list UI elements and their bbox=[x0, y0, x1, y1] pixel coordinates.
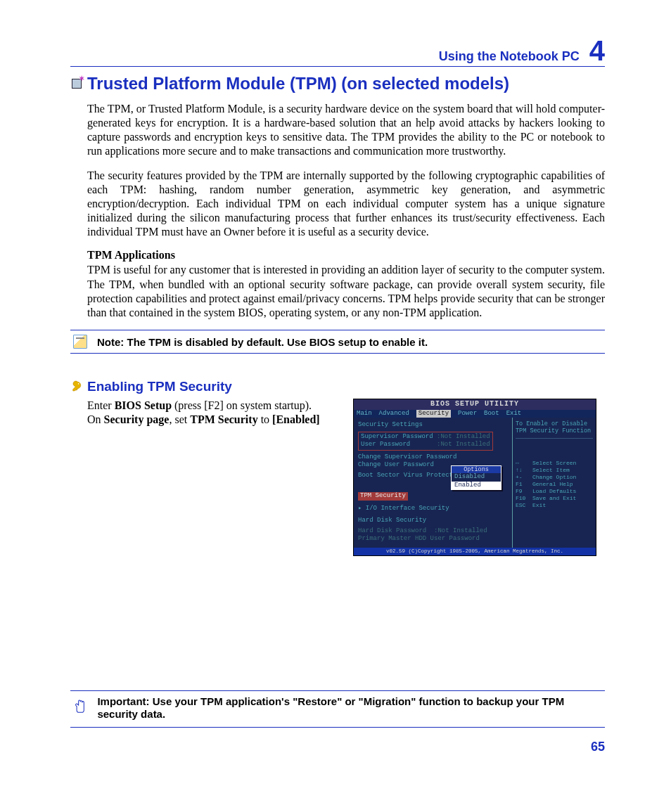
bios-title: BIOS SETUP UTILITY bbox=[354, 399, 596, 410]
bios-section-label: Security Settings bbox=[358, 421, 508, 429]
important-callout: Important: Use your TPM application's "R… bbox=[70, 690, 605, 728]
enabling-heading-text: Enabling TPM Security bbox=[87, 379, 232, 394]
bios-options-title: Options bbox=[452, 466, 501, 474]
page: Using the Notebook PC 4 Trusted Platform… bbox=[0, 0, 671, 784]
bios-tab-security: Security bbox=[416, 410, 451, 418]
note-icon bbox=[73, 335, 87, 349]
chapter-number: 4 bbox=[589, 37, 605, 65]
bios-help-keys: ↔ Select Screen ↑↓ Select Item +- Change… bbox=[516, 460, 593, 509]
bios-screenshot: BIOS SETUP UTILITY Main Advanced Securit… bbox=[353, 399, 596, 556]
paragraph-1: The TPM, or Trusted Platform Module, is … bbox=[87, 102, 605, 159]
important-text: Important: Use your TPM application's "R… bbox=[97, 695, 602, 722]
bios-tab-power: Power bbox=[458, 410, 477, 418]
bios-tab-boot: Boot bbox=[484, 410, 499, 418]
bios-option-disabled: Disabled bbox=[452, 473, 501, 481]
bios-tab-advanced: Advanced bbox=[379, 410, 409, 418]
hand-icon bbox=[73, 697, 87, 715]
bios-options-popup: Options Disabled Enabled bbox=[451, 465, 501, 490]
bios-change-super: Change Supervisor Password bbox=[358, 453, 508, 461]
paragraph-3: TPM is useful for any customer that is i… bbox=[87, 263, 605, 320]
enabling-heading: Enabling TPM Security bbox=[70, 379, 605, 394]
bios-side-desc: To Enable or Disable TPM Security Functi… bbox=[516, 420, 593, 435]
bios-menubar: Main Advanced Security Power Boot Exit bbox=[354, 410, 596, 418]
note-callout: Note: The TPM is disabled by default. Us… bbox=[70, 330, 605, 354]
title-text: Trusted Platform Module (TPM) (on select… bbox=[87, 74, 509, 94]
bios-tab-main: Main bbox=[357, 410, 372, 418]
bios-hdd-security: Hard Disk Security bbox=[358, 517, 508, 524]
paragraph-2: The security features provided by the TP… bbox=[87, 169, 605, 240]
chapter-header: Using the Notebook PC 4 bbox=[70, 37, 605, 65]
svg-point-0 bbox=[78, 383, 79, 385]
bios-io-interface: ▸ I/O Interface Security bbox=[358, 505, 508, 513]
bios-tpm-security-row: TPM Security bbox=[358, 492, 508, 500]
enabling-instructions: Enter BIOS Setup (press [F2] on system s… bbox=[87, 399, 338, 427]
tpm-applications-heading: TPM Applications bbox=[87, 249, 605, 262]
page-title: Trusted Platform Module (TPM) (on select… bbox=[70, 74, 605, 94]
chapter-title: Using the Notebook PC bbox=[439, 49, 580, 64]
bios-tab-exit: Exit bbox=[506, 410, 522, 418]
note-text: Note: The TPM is disabled by default. Us… bbox=[97, 336, 602, 348]
key-icon bbox=[70, 380, 83, 393]
tpm-icon bbox=[70, 77, 83, 90]
bios-passwords-box: Supervisor Password :Not Installed User … bbox=[358, 432, 493, 451]
bios-primary-hdd: Primary Master HDD User Password bbox=[358, 535, 508, 543]
bios-main-panel: Security Settings Supervisor Password :N… bbox=[354, 418, 512, 548]
header-rule bbox=[70, 66, 605, 67]
bios-copyright: v02.59 (C)Copyright 1985-2005, American … bbox=[354, 548, 596, 555]
bios-option-enabled: Enabled bbox=[452, 482, 501, 489]
page-number: 65 bbox=[591, 740, 605, 754]
bios-side-panel: To Enable or Disable TPM Security Functi… bbox=[512, 418, 596, 548]
